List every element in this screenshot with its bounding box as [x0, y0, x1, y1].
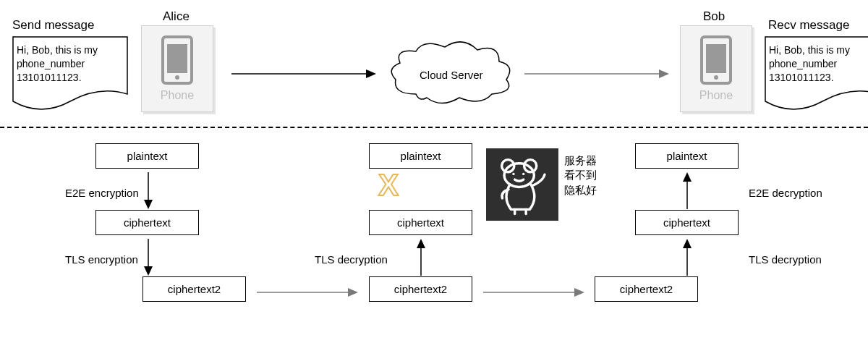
arrow-left-1 [141, 172, 156, 209]
right-ciphertext-box: ciphertext [635, 210, 739, 235]
svg-marker-9 [348, 288, 358, 297]
alice-label: Alice [163, 9, 190, 24]
divider [0, 127, 868, 128]
phone-caption: Phone [699, 89, 733, 102]
svg-marker-22 [683, 172, 692, 182]
alice-phone: Phone [141, 25, 213, 112]
svg-point-18 [522, 173, 524, 175]
alice-message-text: Hi, Bob, this is my phone_number 1310101… [17, 43, 124, 85]
arrow-right-up2 [680, 239, 694, 276]
middle-plaintext-box: plaintext [369, 143, 472, 169]
arrow-alice-to-cloud [231, 67, 376, 81]
svg-marker-3 [659, 69, 669, 78]
bear-mascot-icon [486, 148, 558, 221]
arrow-cloud-to-bob [524, 67, 669, 81]
e2e-encryption-label: E2E encryption [65, 187, 139, 199]
bob-message-doc: Hi, Bob, this is my phone_number 1310101… [765, 36, 868, 112]
right-ciphertext2-box: ciphertext2 [595, 276, 698, 302]
cn-line: 看不到 [564, 168, 600, 182]
arrow-mid-up [414, 239, 428, 276]
phone-icon [700, 35, 732, 85]
box-text: ciphertext2 [620, 283, 673, 295]
cloud-server: Cloud Server [387, 40, 514, 109]
box-text: ciphertext [124, 216, 171, 229]
x-mark-icon: X [378, 168, 399, 203]
phone-caption: Phone [161, 89, 194, 102]
svg-marker-11 [417, 239, 425, 248]
svg-marker-13 [574, 288, 584, 297]
svg-marker-5 [144, 200, 153, 209]
box-text: plaintext [127, 150, 168, 162]
box-text: ciphertext [663, 216, 710, 229]
arrow-left-2 [141, 239, 156, 276]
svg-marker-7 [144, 266, 153, 276]
box-text: ciphertext2 [168, 283, 221, 295]
svg-marker-1 [366, 69, 376, 78]
svg-marker-24 [683, 239, 692, 248]
middle-ciphertext-box: ciphertext [369, 210, 472, 235]
bob-message-text: Hi, Bob, this is my phone_number 1310101… [769, 43, 868, 85]
left-plaintext-box: plaintext [95, 143, 199, 169]
tls-encryption-label: TLS encryption [65, 253, 138, 266]
box-text: ciphertext2 [394, 283, 447, 295]
left-ciphertext2-box: ciphertext2 [142, 276, 246, 302]
e2e-decryption-label: E2E decryption [749, 187, 822, 199]
svg-point-16 [504, 164, 534, 187]
right-tls-decryption-label: TLS decryption [749, 253, 822, 266]
cn-caption: 服务器 看不到 隐私好 [564, 153, 600, 198]
middle-ciphertext2-box: ciphertext2 [369, 276, 472, 302]
phone-icon [161, 35, 193, 85]
cn-line: 服务器 [564, 153, 600, 168]
send-message-label: Send message [12, 18, 94, 33]
arrow-right-up1 [680, 172, 694, 209]
box-text: plaintext [667, 150, 707, 162]
arrow-c2-mid-to-right [483, 285, 584, 300]
alice-message-doc: Hi, Bob, this is my phone_number 1310101… [12, 36, 128, 112]
arrow-c2-left-to-mid [257, 285, 358, 300]
recv-message-label: Recv message [768, 18, 849, 33]
box-text: ciphertext [397, 216, 444, 229]
cn-line: 隐私好 [564, 183, 600, 198]
bob-label: Bob [703, 9, 725, 24]
svg-point-17 [512, 173, 514, 175]
left-ciphertext-box: ciphertext [95, 210, 199, 235]
bob-phone: Phone [680, 25, 752, 112]
cloud-label: Cloud Server [420, 69, 483, 81]
box-text: plaintext [401, 150, 441, 162]
right-plaintext-box: plaintext [635, 143, 739, 169]
middle-tls-decryption-label: TLS decryption [315, 253, 388, 266]
